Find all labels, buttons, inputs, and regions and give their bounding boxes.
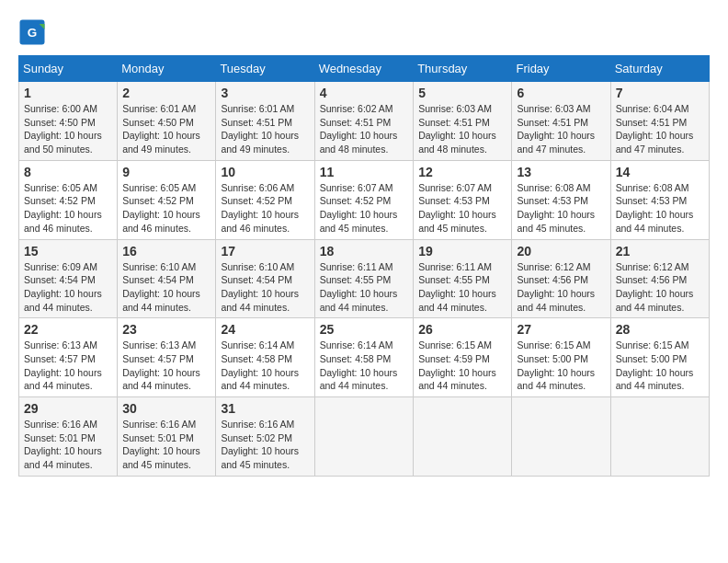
day-number: 18 [320,244,409,259]
calendar-cell: 23Sunrise: 6:13 AM Sunset: 4:57 PM Dayli… [118,318,216,397]
calendar-table: SundayMondayTuesdayWednesdayThursdayFrid… [18,55,710,477]
day-number: 4 [320,86,409,100]
day-number: 11 [320,165,409,179]
calendar-week-row: 15Sunrise: 6:09 AM Sunset: 4:54 PM Dayli… [19,239,710,318]
day-info: Sunrise: 6:10 AM Sunset: 4:54 PM Dayligh… [221,260,309,315]
calendar-cell: 28Sunrise: 6:15 AM Sunset: 5:00 PM Dayli… [610,318,709,397]
day-number: 19 [418,244,506,259]
day-info: Sunrise: 6:07 AM Sunset: 4:52 PM Dayligh… [320,181,409,236]
day-info: Sunrise: 6:15 AM Sunset: 4:59 PM Dayligh… [418,339,506,393]
day-number: 7 [616,86,704,100]
calendar-header-saturday: Saturday [610,56,709,82]
day-number: 17 [221,244,309,259]
day-info: Sunrise: 6:12 AM Sunset: 4:56 PM Dayligh… [517,260,605,315]
day-info: Sunrise: 6:16 AM Sunset: 5:01 PM Dayligh… [24,418,112,472]
calendar-header-wednesday: Wednesday [314,56,414,82]
day-number: 29 [24,401,112,416]
logo: G [18,18,50,46]
calendar-cell: 7Sunrise: 6:04 AM Sunset: 4:51 PM Daylig… [610,82,709,161]
day-info: Sunrise: 6:08 AM Sunset: 4:53 PM Dayligh… [616,181,704,236]
calendar-week-row: 22Sunrise: 6:13 AM Sunset: 4:57 PM Dayli… [19,318,710,397]
day-info: Sunrise: 6:01 AM Sunset: 4:50 PM Dayligh… [122,102,210,156]
calendar-cell [610,397,709,477]
calendar-cell: 6Sunrise: 6:03 AM Sunset: 4:51 PM Daylig… [512,82,610,161]
calendar-cell: 24Sunrise: 6:14 AM Sunset: 4:58 PM Dayli… [216,318,314,397]
calendar-cell: 19Sunrise: 6:11 AM Sunset: 4:55 PM Dayli… [414,239,512,318]
calendar-cell: 8Sunrise: 6:05 AM Sunset: 4:52 PM Daylig… [19,160,118,239]
day-info: Sunrise: 6:05 AM Sunset: 4:52 PM Dayligh… [122,181,210,236]
day-info: Sunrise: 6:16 AM Sunset: 5:01 PM Dayligh… [122,418,210,472]
calendar-week-row: 29Sunrise: 6:16 AM Sunset: 5:01 PM Dayli… [19,397,710,477]
day-number: 6 [517,86,605,100]
day-number: 30 [122,401,210,416]
day-number: 22 [24,322,112,337]
calendar-cell: 3Sunrise: 6:01 AM Sunset: 4:51 PM Daylig… [216,82,314,161]
day-info: Sunrise: 6:08 AM Sunset: 4:53 PM Dayligh… [517,181,605,236]
calendar-week-row: 8Sunrise: 6:05 AM Sunset: 4:52 PM Daylig… [19,160,710,239]
day-number: 16 [122,244,210,259]
calendar-cell: 29Sunrise: 6:16 AM Sunset: 5:01 PM Dayli… [19,397,118,477]
page-header: G [18,18,710,46]
day-info: Sunrise: 6:16 AM Sunset: 5:02 PM Dayligh… [221,418,309,472]
calendar-header-row: SundayMondayTuesdayWednesdayThursdayFrid… [19,56,710,82]
day-number: 3 [221,86,309,100]
day-number: 25 [320,322,409,337]
calendar-cell: 14Sunrise: 6:08 AM Sunset: 4:53 PM Dayli… [610,160,709,239]
day-info: Sunrise: 6:14 AM Sunset: 4:58 PM Dayligh… [320,339,409,393]
day-number: 2 [122,86,210,100]
day-info: Sunrise: 6:13 AM Sunset: 4:57 PM Dayligh… [24,339,112,393]
day-number: 10 [221,165,309,179]
calendar-cell: 18Sunrise: 6:11 AM Sunset: 4:55 PM Dayli… [314,239,414,318]
calendar-cell: 22Sunrise: 6:13 AM Sunset: 4:57 PM Dayli… [19,318,118,397]
svg-text:G: G [28,26,38,40]
day-info: Sunrise: 6:07 AM Sunset: 4:53 PM Dayligh… [418,181,506,236]
calendar-cell: 27Sunrise: 6:15 AM Sunset: 5:00 PM Dayli… [512,318,610,397]
calendar-week-row: 1Sunrise: 6:00 AM Sunset: 4:50 PM Daylig… [19,82,710,161]
calendar-cell: 31Sunrise: 6:16 AM Sunset: 5:02 PM Dayli… [216,397,314,477]
day-info: Sunrise: 6:05 AM Sunset: 4:52 PM Dayligh… [24,181,112,236]
day-number: 27 [517,322,605,337]
logo-icon: G [18,18,46,46]
day-info: Sunrise: 6:11 AM Sunset: 4:55 PM Dayligh… [320,260,409,315]
day-number: 9 [122,165,210,179]
calendar-cell: 25Sunrise: 6:14 AM Sunset: 4:58 PM Dayli… [314,318,414,397]
day-info: Sunrise: 6:10 AM Sunset: 4:54 PM Dayligh… [122,260,210,315]
day-number: 15 [24,244,112,259]
day-info: Sunrise: 6:12 AM Sunset: 4:56 PM Dayligh… [616,260,704,315]
day-info: Sunrise: 6:03 AM Sunset: 4:51 PM Dayligh… [517,102,605,156]
day-info: Sunrise: 6:02 AM Sunset: 4:51 PM Dayligh… [320,102,409,156]
day-number: 14 [616,165,704,179]
day-info: Sunrise: 6:11 AM Sunset: 4:55 PM Dayligh… [418,260,506,315]
calendar-cell: 9Sunrise: 6:05 AM Sunset: 4:52 PM Daylig… [118,160,216,239]
calendar-header-monday: Monday [118,56,216,82]
day-info: Sunrise: 6:04 AM Sunset: 4:51 PM Dayligh… [616,102,704,156]
calendar-cell: 11Sunrise: 6:07 AM Sunset: 4:52 PM Dayli… [314,160,414,239]
day-info: Sunrise: 6:01 AM Sunset: 4:51 PM Dayligh… [221,102,309,156]
day-info: Sunrise: 6:09 AM Sunset: 4:54 PM Dayligh… [24,260,112,315]
day-number: 28 [616,322,704,337]
day-info: Sunrise: 6:13 AM Sunset: 4:57 PM Dayligh… [122,339,210,393]
calendar-cell [314,397,414,477]
calendar-cell: 1Sunrise: 6:00 AM Sunset: 4:50 PM Daylig… [19,82,118,161]
calendar-cell: 20Sunrise: 6:12 AM Sunset: 4:56 PM Dayli… [512,239,610,318]
calendar-cell: 26Sunrise: 6:15 AM Sunset: 4:59 PM Dayli… [414,318,512,397]
day-info: Sunrise: 6:03 AM Sunset: 4:51 PM Dayligh… [418,102,506,156]
day-number: 20 [517,244,605,259]
day-number: 8 [24,165,112,179]
calendar-header-friday: Friday [512,56,610,82]
day-info: Sunrise: 6:14 AM Sunset: 4:58 PM Dayligh… [221,339,309,393]
day-number: 31 [221,401,309,416]
calendar-cell: 13Sunrise: 6:08 AM Sunset: 4:53 PM Dayli… [512,160,610,239]
calendar-cell: 12Sunrise: 6:07 AM Sunset: 4:53 PM Dayli… [414,160,512,239]
day-info: Sunrise: 6:06 AM Sunset: 4:52 PM Dayligh… [221,181,309,236]
calendar-cell [512,397,610,477]
day-info: Sunrise: 6:15 AM Sunset: 5:00 PM Dayligh… [517,339,605,393]
day-number: 1 [24,86,112,100]
calendar-header-thursday: Thursday [414,56,512,82]
day-number: 24 [221,322,309,337]
calendar-cell: 15Sunrise: 6:09 AM Sunset: 4:54 PM Dayli… [19,239,118,318]
calendar-cell: 4Sunrise: 6:02 AM Sunset: 4:51 PM Daylig… [314,82,414,161]
day-info: Sunrise: 6:00 AM Sunset: 4:50 PM Dayligh… [24,102,112,156]
day-number: 5 [418,86,506,100]
day-number: 21 [616,244,704,259]
